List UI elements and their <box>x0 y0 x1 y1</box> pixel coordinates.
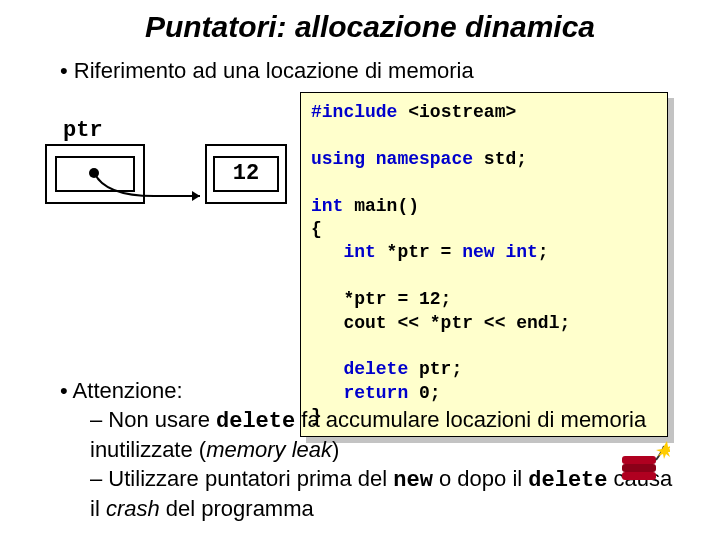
kw-delete: delete <box>311 359 408 379</box>
svg-rect-1 <box>622 464 656 472</box>
text: ) <box>332 437 339 462</box>
bullet-attenzione: Attenzione: Non usare delete fa accumula… <box>60 378 680 522</box>
attenzione-label: Attenzione: <box>73 378 183 403</box>
attention-sublist: Non usare delete fa accumulare locazioni… <box>90 406 680 522</box>
italic-memory-leak: memory leak <box>206 437 332 462</box>
code-text: { <box>311 219 322 239</box>
kw-int: int <box>311 242 376 262</box>
code-text: std; <box>473 149 527 169</box>
attention-list: Attenzione: Non usare delete fa accumula… <box>60 378 680 522</box>
kw-int: int <box>311 196 343 216</box>
svg-rect-0 <box>622 456 656 464</box>
code-text: cout << *ptr << endl; <box>311 313 570 333</box>
sub-memory-leak: Non usare delete fa accumulare locazioni… <box>90 406 680 463</box>
sub-crash: Utilizzare puntatori prima del new o dop… <box>90 465 680 522</box>
attention-block: Attenzione: Non usare delete fa accumula… <box>60 378 680 528</box>
main-bullets: Riferimento ad una locazione di memoria <box>60 58 680 84</box>
pointer-dot <box>89 168 99 178</box>
code-delete: delete <box>528 468 607 493</box>
italic-crash: crash <box>106 496 160 521</box>
code-text: main() <box>343 196 419 216</box>
bullet-riferimento: Riferimento ad una locazione di memoria <box>60 58 680 84</box>
kw-include: #include <box>311 102 397 122</box>
text: o dopo il <box>433 466 528 491</box>
value-inner-box: 12 <box>213 156 279 192</box>
code-text: ptr; <box>408 359 462 379</box>
svg-rect-2 <box>622 472 656 480</box>
slide: Puntatori: allocazione dinamica Riferime… <box>0 0 720 540</box>
code-text: ; <box>538 242 549 262</box>
kw-new: new int <box>462 242 538 262</box>
code-text: *ptr = <box>376 242 462 262</box>
code-text: *ptr = 12; <box>311 289 451 309</box>
text: del programma <box>160 496 314 521</box>
code-text: <iostream> <box>397 102 516 122</box>
ptr-label: ptr <box>63 118 103 143</box>
page-title: Puntatori: allocazione dinamica <box>60 10 680 44</box>
kw-using: using namespace <box>311 149 473 169</box>
code-delete: delete <box>216 409 295 434</box>
dynamite-icon <box>618 438 670 484</box>
text: Non usare <box>108 407 216 432</box>
code-new: new <box>393 468 433 493</box>
text: Utilizzare puntatori prima del <box>108 466 393 491</box>
